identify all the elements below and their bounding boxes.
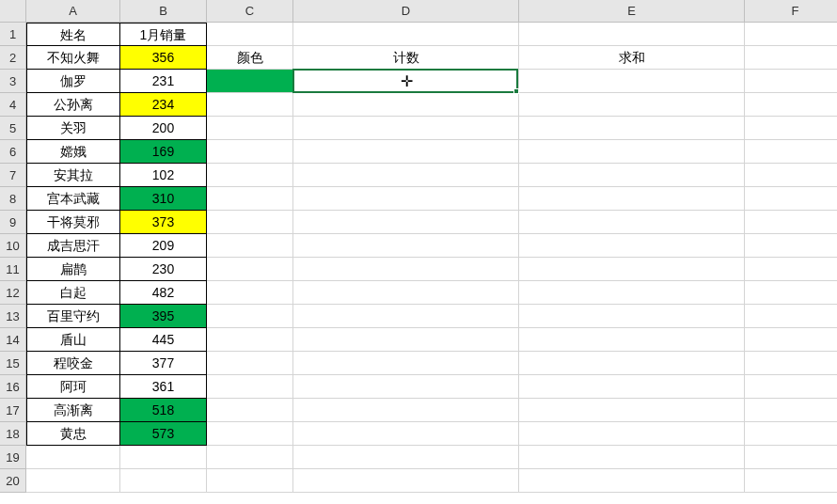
cell-F20[interactable] (745, 469, 837, 493)
cell-D10[interactable] (293, 234, 519, 258)
cell-A3[interactable]: 伽罗 (26, 70, 120, 93)
cell-F1[interactable] (745, 23, 837, 46)
cell-B16[interactable]: 361 (120, 375, 207, 399)
cell-A18[interactable]: 黄忠 (26, 422, 120, 446)
cell-C14[interactable] (207, 328, 293, 352)
cell-D4[interactable] (293, 93, 519, 117)
cell-B20[interactable] (120, 469, 207, 493)
cell-D3[interactable] (293, 70, 519, 93)
cell-E14[interactable] (519, 328, 745, 352)
cell-C2[interactable]: 颜色 (207, 46, 293, 70)
cell-D19[interactable] (293, 446, 519, 469)
cell-C4[interactable] (207, 93, 293, 117)
cell-D2[interactable]: 计数 (293, 46, 519, 70)
cell-B8[interactable]: 310 (120, 187, 207, 211)
cell-D5[interactable] (293, 117, 519, 140)
cell-E11[interactable] (519, 258, 745, 281)
row-header-1[interactable]: 1 (0, 23, 26, 46)
cell-A13[interactable]: 百里守约 (26, 305, 120, 328)
cell-D11[interactable] (293, 258, 519, 281)
cell-E8[interactable] (519, 187, 745, 211)
cell-F3[interactable] (745, 70, 837, 93)
cell-B17[interactable]: 518 (120, 399, 207, 422)
cell-E16[interactable] (519, 375, 745, 399)
row-header-19[interactable]: 19 (0, 446, 26, 469)
cell-D14[interactable] (293, 328, 519, 352)
cell-B4[interactable]: 234 (120, 93, 207, 117)
cell-C16[interactable] (207, 375, 293, 399)
cell-C19[interactable] (207, 446, 293, 469)
cell-B10[interactable]: 209 (120, 234, 207, 258)
cell-F14[interactable] (745, 328, 837, 352)
cell-F10[interactable] (745, 234, 837, 258)
cell-E2[interactable]: 求和 (519, 46, 745, 70)
cell-E9[interactable] (519, 211, 745, 234)
column-header-A[interactable]: A (26, 0, 120, 23)
cell-D9[interactable] (293, 211, 519, 234)
cell-A2[interactable]: 不知火舞 (26, 46, 120, 70)
cell-C20[interactable] (207, 469, 293, 493)
cell-B13[interactable]: 395 (120, 305, 207, 328)
row-header-15[interactable]: 15 (0, 352, 26, 375)
cell-F16[interactable] (745, 375, 837, 399)
cell-E13[interactable] (519, 305, 745, 328)
column-header-D[interactable]: D (293, 0, 519, 23)
row-header-14[interactable]: 14 (0, 328, 26, 352)
cell-E5[interactable] (519, 117, 745, 140)
cell-A12[interactable]: 白起 (26, 281, 120, 305)
cell-D8[interactable] (293, 187, 519, 211)
cell-F6[interactable] (745, 140, 837, 164)
cell-E17[interactable] (519, 399, 745, 422)
cell-C11[interactable] (207, 258, 293, 281)
cell-F9[interactable] (745, 211, 837, 234)
column-header-C[interactable]: C (207, 0, 293, 23)
cell-F17[interactable] (745, 399, 837, 422)
cell-E19[interactable] (519, 446, 745, 469)
cell-F13[interactable] (745, 305, 837, 328)
cell-E3[interactable] (519, 70, 745, 93)
cell-F7[interactable] (745, 164, 837, 187)
cell-A14[interactable]: 盾山 (26, 328, 120, 352)
row-header-16[interactable]: 16 (0, 375, 26, 399)
cell-A17[interactable]: 高渐离 (26, 399, 120, 422)
row-header-6[interactable]: 6 (0, 140, 26, 164)
cell-D1[interactable] (293, 23, 519, 46)
cell-A9[interactable]: 干将莫邪 (26, 211, 120, 234)
cell-A10[interactable]: 成吉思汗 (26, 234, 120, 258)
cell-E10[interactable] (519, 234, 745, 258)
cell-B19[interactable] (120, 446, 207, 469)
row-header-4[interactable]: 4 (0, 93, 26, 117)
cell-B11[interactable]: 230 (120, 258, 207, 281)
cell-C12[interactable] (207, 281, 293, 305)
row-header-7[interactable]: 7 (0, 164, 26, 187)
row-header-10[interactable]: 10 (0, 234, 26, 258)
cell-C8[interactable] (207, 187, 293, 211)
cell-F5[interactable] (745, 117, 837, 140)
cell-F2[interactable] (745, 46, 837, 70)
select-all-corner[interactable] (0, 0, 26, 23)
cell-D7[interactable] (293, 164, 519, 187)
row-header-8[interactable]: 8 (0, 187, 26, 211)
cell-C9[interactable] (207, 211, 293, 234)
cell-B5[interactable]: 200 (120, 117, 207, 140)
cell-A15[interactable]: 程咬金 (26, 352, 120, 375)
row-header-11[interactable]: 11 (0, 258, 26, 281)
cell-B2[interactable]: 356 (120, 46, 207, 70)
column-header-E[interactable]: E (519, 0, 745, 23)
row-header-17[interactable]: 17 (0, 399, 26, 422)
cell-F11[interactable] (745, 258, 837, 281)
cell-D20[interactable] (293, 469, 519, 493)
cell-C13[interactable] (207, 305, 293, 328)
cell-C7[interactable] (207, 164, 293, 187)
cell-B12[interactable]: 482 (120, 281, 207, 305)
cell-D18[interactable] (293, 422, 519, 446)
row-header-5[interactable]: 5 (0, 117, 26, 140)
cell-B9[interactable]: 373 (120, 211, 207, 234)
cell-E18[interactable] (519, 422, 745, 446)
cell-A8[interactable]: 宫本武藏 (26, 187, 120, 211)
cell-B6[interactable]: 169 (120, 140, 207, 164)
cell-F8[interactable] (745, 187, 837, 211)
row-header-12[interactable]: 12 (0, 281, 26, 305)
cell-B1[interactable]: 1月销量 (120, 23, 207, 46)
cell-F19[interactable] (745, 446, 837, 469)
